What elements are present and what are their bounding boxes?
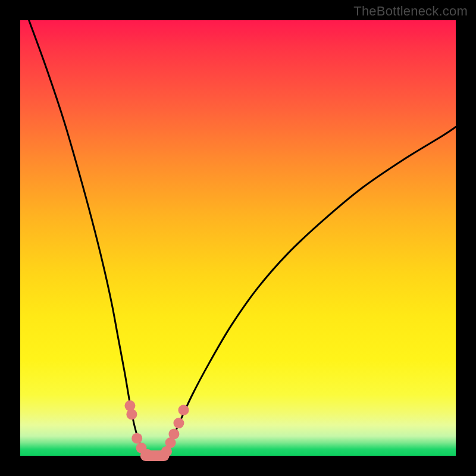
plot-area bbox=[20, 20, 456, 456]
watermark-text: TheBottleneck.com bbox=[353, 4, 468, 19]
data-point bbox=[126, 409, 137, 419]
chart-svg bbox=[20, 20, 456, 456]
data-point bbox=[168, 428, 179, 439]
data-point bbox=[131, 433, 142, 444]
chart-frame: TheBottleneck.com bbox=[0, 0, 476, 476]
data-point bbox=[178, 405, 189, 415]
data-point bbox=[173, 418, 184, 428]
series-right-curve bbox=[164, 127, 456, 456]
series-left-curve bbox=[29, 20, 146, 456]
